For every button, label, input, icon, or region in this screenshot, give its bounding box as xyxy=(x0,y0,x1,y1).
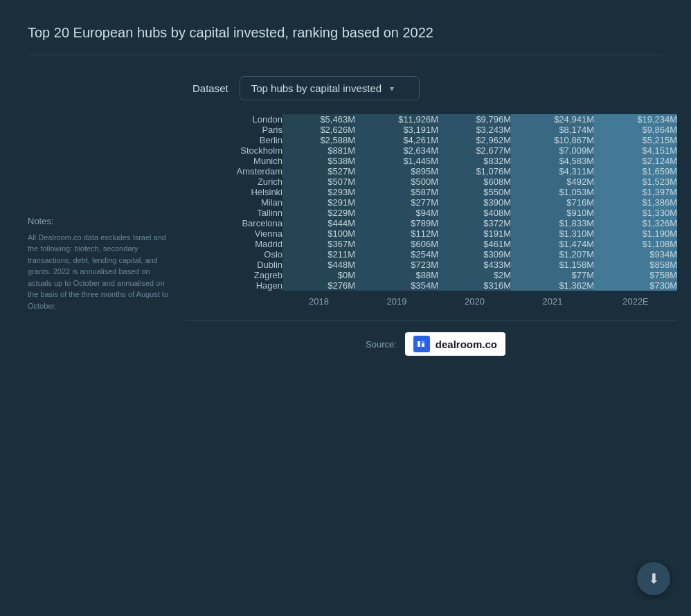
year-2022e: 2022E xyxy=(594,291,677,309)
value-cell: $2,634M xyxy=(355,145,438,156)
table-row: Zagreb$0M$88M$2M$77M$758M xyxy=(192,270,677,280)
value-cell: $1,445M xyxy=(355,156,438,166)
value-cell: $934M xyxy=(594,249,677,260)
value-cell: $354M xyxy=(355,280,438,291)
table-row: Barcelona$444M$789M$372M$1,833M$1,326M xyxy=(192,218,677,228)
value-cell: $1,310M xyxy=(511,228,594,239)
dataset-dropdown[interactable]: Top hubs by capital invested ▾ xyxy=(240,76,420,100)
value-cell: $277M xyxy=(355,197,438,208)
value-cell: $448M xyxy=(282,260,355,270)
value-cell: $2M xyxy=(438,270,511,280)
value-cell: $1,659M xyxy=(594,166,677,176)
value-cell: $1,474M xyxy=(511,239,594,249)
value-cell: $444M xyxy=(282,218,355,228)
value-cell: $2,962M xyxy=(438,135,511,145)
city-name: Milan xyxy=(192,197,282,208)
value-cell: $507M xyxy=(282,176,355,187)
dataset-selector: Dataset Top hubs by capital invested ▾ xyxy=(186,76,677,100)
table-row: Tallinn$229M$94M$408M$910M$1,330M xyxy=(192,208,677,218)
main-content: Dataset Top hubs by capital invested ▾ L… xyxy=(186,76,677,367)
city-name: Barcelona xyxy=(192,218,282,228)
table-row: Zurich$507M$500M$608M$492M$1,523M xyxy=(192,176,677,187)
svg-rect-2 xyxy=(422,343,424,347)
table-row: Milan$291M$277M$390M$716M$1,386M xyxy=(192,197,677,208)
value-cell: $211M xyxy=(282,249,355,260)
table-row: Paris$2,626M$3,191M$3,243M$8,174M$9,864M xyxy=(192,125,677,135)
city-name: Tallinn xyxy=(192,208,282,218)
value-cell: $2,588M xyxy=(282,135,355,145)
notes-section: Notes: All Dealroom.co data excludes Isr… xyxy=(28,216,172,312)
value-cell: $881M xyxy=(282,145,355,156)
svg-rect-3 xyxy=(422,341,424,343)
table-row: Amsterdam$527M$895M$1,076M$4,311M$1,659M xyxy=(192,166,677,176)
value-cell: $3,191M xyxy=(355,125,438,135)
city-name: Amsterdam xyxy=(192,166,282,176)
table-row: Hagen$276M$354M$316M$1,362M$730M xyxy=(192,280,677,291)
value-cell: $758M xyxy=(594,270,677,280)
divider xyxy=(28,55,663,55)
dataset-dropdown-text: Top hubs by capital invested xyxy=(251,82,384,94)
value-cell: $1,397M xyxy=(594,187,677,197)
value-cell: $730M xyxy=(594,280,677,291)
value-cell: $538M xyxy=(282,156,355,166)
value-cell: $276M xyxy=(282,280,355,291)
dealroom-logo: dealroom.co xyxy=(405,332,505,356)
city-name: London xyxy=(192,114,282,125)
value-cell: $4,583M xyxy=(511,156,594,166)
city-name: Munich xyxy=(192,156,282,166)
value-cell: $112M xyxy=(355,228,438,239)
value-cell: $1,386M xyxy=(594,197,677,208)
value-cell: $895M xyxy=(355,166,438,176)
city-name: Stockholm xyxy=(192,145,282,156)
value-cell: $1,076M xyxy=(438,166,511,176)
year-2019: 2019 xyxy=(355,291,438,309)
value-cell: $10,867M xyxy=(511,135,594,145)
value-cell: $858M xyxy=(594,260,677,270)
value-cell: $191M xyxy=(438,228,511,239)
value-cell: $1,190M xyxy=(594,228,677,239)
year-row: 2018 2019 2020 2021 2022E xyxy=(192,291,677,309)
value-cell: $832M xyxy=(438,156,511,166)
value-cell: $910M xyxy=(511,208,594,218)
value-cell: $309M xyxy=(438,249,511,260)
value-cell: $433M xyxy=(438,260,511,270)
city-name: Madrid xyxy=(192,239,282,249)
table-row: Madrid$367M$606M$461M$1,474M$1,108M xyxy=(192,239,677,249)
source-bar: Source: dealroom.co xyxy=(186,320,677,367)
value-cell: $500M xyxy=(355,176,438,187)
value-cell: $723M xyxy=(355,260,438,270)
value-cell: $587M xyxy=(355,187,438,197)
value-cell: $293M xyxy=(282,187,355,197)
value-cell: $254M xyxy=(355,249,438,260)
table-row: London$5,463M$11,926M$9,796M$24,941M$19,… xyxy=(192,114,677,125)
value-cell: $4,261M xyxy=(355,135,438,145)
value-cell: $550M xyxy=(438,187,511,197)
table-row: Dublin$448M$723M$433M$1,158M$858M xyxy=(192,260,677,270)
city-name: Berlin xyxy=(192,135,282,145)
city-name: Zagreb xyxy=(192,270,282,280)
city-name: Zurich xyxy=(192,176,282,187)
svg-rect-1 xyxy=(418,341,420,347)
value-cell: $24,941M xyxy=(511,114,594,125)
value-cell: $0M xyxy=(282,270,355,280)
value-cell: $608M xyxy=(438,176,511,187)
value-cell: $1,207M xyxy=(511,249,594,260)
table-row: Oslo$211M$254M$309M$1,207M$934M xyxy=(192,249,677,260)
value-cell: $1,833M xyxy=(511,218,594,228)
value-cell: $11,926M xyxy=(355,114,438,125)
value-cell: $5,463M xyxy=(282,114,355,125)
value-cell: $527M xyxy=(282,166,355,176)
value-cell: $316M xyxy=(438,280,511,291)
download-button[interactable]: ⬇ xyxy=(637,562,670,595)
value-cell: $9,864M xyxy=(594,125,677,135)
value-cell: $94M xyxy=(355,208,438,218)
value-cell: $4,151M xyxy=(594,145,677,156)
table-row: Berlin$2,588M$4,261M$2,962M$10,867M$5,21… xyxy=(192,135,677,145)
notes-text: All Dealroom.co data excludes Israel and… xyxy=(28,232,172,312)
value-cell: $100M xyxy=(282,228,355,239)
value-cell: $2,677M xyxy=(438,145,511,156)
table-wrapper: London$5,463M$11,926M$9,796M$24,941M$19,… xyxy=(186,114,677,309)
value-cell: $7,009M xyxy=(511,145,594,156)
value-cell: $5,215M xyxy=(594,135,677,145)
value-cell: $3,243M xyxy=(438,125,511,135)
